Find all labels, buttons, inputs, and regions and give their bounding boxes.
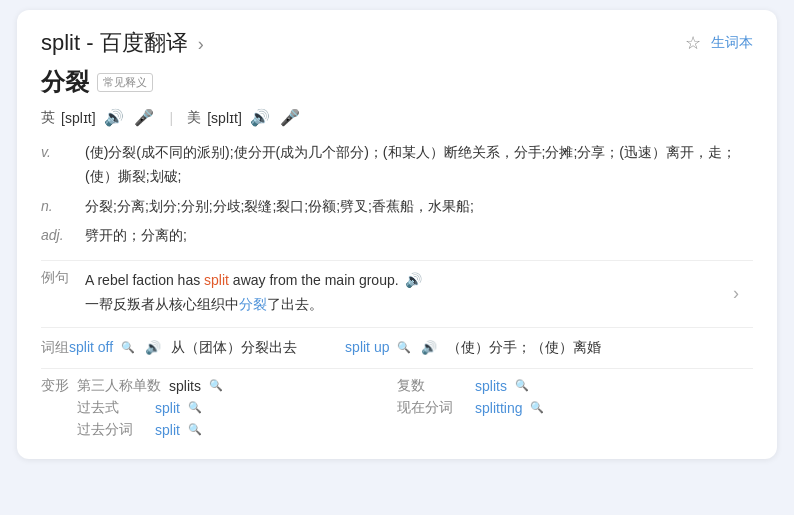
pos-adj: adj.	[41, 224, 69, 248]
def-row-v: v. (使)分裂(成不同的派别);使分开(成为几个部分)；(和某人）断绝关系，分…	[41, 141, 753, 189]
phrase-search-icon-1[interactable]: 🔍	[121, 338, 135, 357]
pos-v: v.	[41, 141, 69, 189]
header-right: ☆ 生词本	[685, 32, 753, 54]
def-row-n: n. 分裂;分离;划分;分别;分歧;裂缝;裂口;份额;劈叉;香蕉船，水果船;	[41, 195, 753, 219]
phrase-link-split-off[interactable]: split off	[69, 336, 113, 360]
morph-search-plural[interactable]: 🔍	[515, 379, 529, 392]
morph-plural-value[interactable]: splits	[475, 378, 507, 394]
word-title-row: 分裂 常见释义	[41, 66, 753, 98]
morph-col-1-1: 变形 第三人称单数 splits 🔍	[41, 377, 397, 395]
header: split - 百度翻译 › ☆ 生词本	[41, 28, 753, 58]
us-speaker-icon[interactable]: 🔊	[250, 108, 270, 127]
phrases-row: 词组 split off 🔍 🔊 从（团体）分裂出去 split up 🔍 🔊 …	[41, 336, 753, 360]
uk-speaker-icon[interactable]: 🔊	[104, 108, 124, 127]
example-label: 例句	[41, 269, 69, 317]
example-en-highlight: split	[204, 272, 229, 288]
morph-label-main: 变形	[41, 377, 69, 395]
morph-search-past-part[interactable]: 🔍	[188, 423, 202, 436]
morph-search-pres-part[interactable]: 🔍	[530, 401, 544, 414]
morph-row-2: 过去式 split 🔍 现在分词 splitting 🔍	[41, 399, 753, 417]
morph-row-3: 过去分词 split 🔍	[41, 421, 753, 439]
example-content: A rebel faction has split away from the …	[85, 269, 753, 317]
phrases-label: 词组	[41, 336, 69, 360]
vocab-button[interactable]: 生词本	[711, 34, 753, 52]
title-text: split - 百度翻译	[41, 30, 188, 55]
phonetics-divider: |	[170, 110, 174, 126]
phrase-search-icon-2[interactable]: 🔍	[397, 338, 411, 357]
uk-mic-icon[interactable]: 🎤	[134, 108, 154, 127]
common-meaning-badge[interactable]: 常见释义	[97, 73, 153, 92]
example-block: 例句 A rebel faction has split away from t…	[41, 269, 753, 317]
example-cn-highlight: 分裂	[239, 296, 267, 312]
uk-ipa: [splɪt]	[61, 110, 96, 126]
morph-past-value[interactable]: split	[155, 400, 180, 416]
definitions: v. (使)分裂(成不同的派别);使分开(成为几个部分)；(和某人）断绝关系，分…	[41, 141, 753, 248]
example-cn-before: 一帮反叛者从核心组织中	[85, 296, 239, 312]
phrase-speaker-2[interactable]: 🔊	[421, 337, 437, 359]
example-cn-after: 了出去。	[267, 296, 323, 312]
word-chinese: 分裂	[41, 66, 89, 98]
morph-row-1: 变形 第三人称单数 splits 🔍 复数 splits 🔍	[41, 377, 753, 395]
us-mic-icon[interactable]: 🎤	[280, 108, 300, 127]
morph-col-2-1: 过去式 split 🔍	[41, 399, 397, 417]
morph-present-participle-label: 现在分词	[397, 399, 467, 417]
def-row-adj: adj. 劈开的；分离的;	[41, 224, 753, 248]
morph-third-label: 第三人称单数	[77, 377, 161, 395]
phonetics-row: 英 [splɪt] 🔊 🎤 | 美 [splɪt] 🔊 🎤	[41, 108, 753, 127]
morph-col-3-1: 过去分词 split 🔍	[41, 421, 753, 439]
morph-third-value: splits	[169, 378, 201, 394]
pos-n: n.	[41, 195, 69, 219]
phrase-meaning-split-off: 从（团体）分裂出去	[171, 336, 297, 360]
morph-search-past[interactable]: 🔍	[188, 401, 202, 414]
morph-search-third[interactable]: 🔍	[209, 379, 223, 392]
example-en: A rebel faction has split away from the …	[85, 269, 753, 293]
example-speaker-icon[interactable]: 🔊	[405, 272, 422, 288]
example-en-after: away from the main group.	[229, 272, 399, 288]
morph-past-participle-label: 过去分词	[77, 421, 147, 439]
morphology-section: 变形 第三人称单数 splits 🔍 复数 splits 🔍 过去式 split…	[41, 377, 753, 439]
title-arrow[interactable]: ›	[198, 34, 204, 54]
morph-plural-label: 复数	[397, 377, 467, 395]
uk-label: 英	[41, 109, 55, 127]
page-title: split - 百度翻译 ›	[41, 28, 204, 58]
example-en-before: A rebel faction has	[85, 272, 204, 288]
phrase-link-split-up[interactable]: split up	[345, 336, 389, 360]
example-section: 例句 A rebel faction has split away from t…	[41, 269, 753, 317]
us-label: 美	[187, 109, 201, 127]
def-text-adj: 劈开的；分离的;	[85, 224, 753, 248]
dictionary-card: split - 百度翻译 › ☆ 生词本 分裂 常见释义 英 [splɪt] 🔊…	[17, 10, 777, 459]
us-ipa: [splɪt]	[207, 110, 242, 126]
morph-present-participle-value[interactable]: splitting	[475, 400, 522, 416]
morph-past-label: 过去式	[77, 399, 147, 417]
divider-3	[41, 368, 753, 369]
example-cn: 一帮反叛者从核心组织中分裂了出去。	[85, 293, 753, 317]
phrase-speaker-1[interactable]: 🔊	[145, 337, 161, 359]
morph-col-1-2: 复数 splits 🔍	[397, 377, 753, 395]
morph-col-2-2: 现在分词 splitting 🔍	[397, 399, 753, 417]
divider-1	[41, 260, 753, 261]
def-text-n: 分裂;分离;划分;分别;分歧;裂缝;裂口;份额;劈叉;香蕉船，水果船;	[85, 195, 753, 219]
divider-2	[41, 327, 753, 328]
star-icon[interactable]: ☆	[685, 32, 701, 54]
morph-past-participle-value[interactable]: split	[155, 422, 180, 438]
def-text-v: (使)分裂(成不同的派别);使分开(成为几个部分)；(和某人）断绝关系，分手;分…	[85, 141, 753, 189]
chevron-right-icon[interactable]: ›	[733, 282, 739, 303]
phrases-content: split off 🔍 🔊 从（团体）分裂出去 split up 🔍 🔊 （使）…	[69, 336, 753, 360]
phrase-meaning-split-up: （使）分手；（使）离婚	[447, 336, 601, 360]
